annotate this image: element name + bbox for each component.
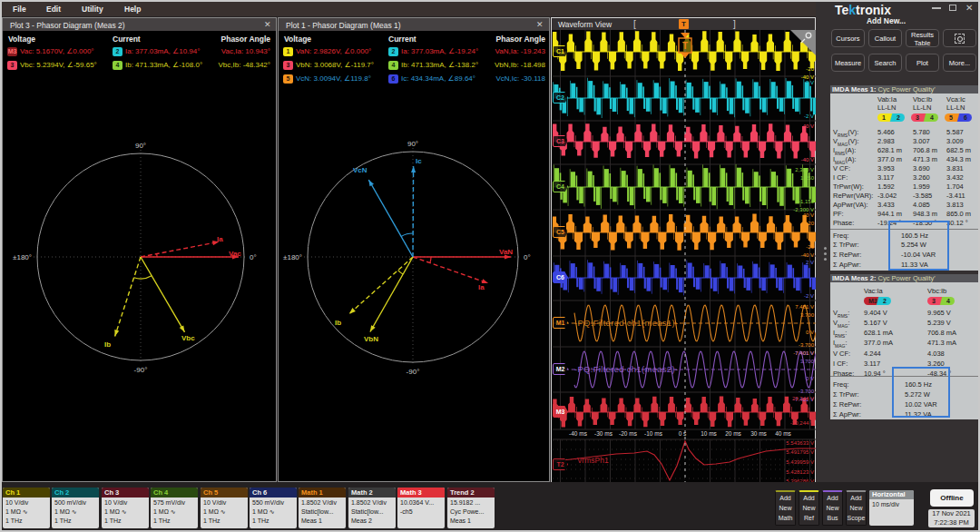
svg-text:VcN: VcN (353, 166, 368, 174)
svg-text:Ia: Ia (217, 235, 223, 243)
svg-text:0°: 0° (524, 253, 531, 261)
svg-text:T: T (682, 41, 688, 51)
svg-text:Ib: Ib (104, 340, 111, 349)
svg-text:VbN: VbN (364, 335, 378, 343)
svg-text:Ia: Ia (478, 283, 485, 291)
svg-text:-90°: -90° (407, 368, 420, 376)
svg-text:Vac: Vac (229, 250, 241, 258)
svg-text:±180°: ±180° (13, 253, 32, 261)
svg-text:Vbc: Vbc (181, 334, 195, 342)
svg-text:Ic: Ic (416, 157, 422, 165)
svg-text:±180°: ±180° (283, 253, 302, 261)
svg-text:-90°: -90° (134, 366, 148, 374)
svg-text:90°: 90° (407, 140, 418, 148)
svg-text:Ib: Ib (335, 319, 341, 327)
svg-text:90°: 90° (135, 142, 146, 150)
svg-text:0°: 0° (250, 253, 257, 261)
svg-text:VaN: VaN (499, 248, 513, 256)
